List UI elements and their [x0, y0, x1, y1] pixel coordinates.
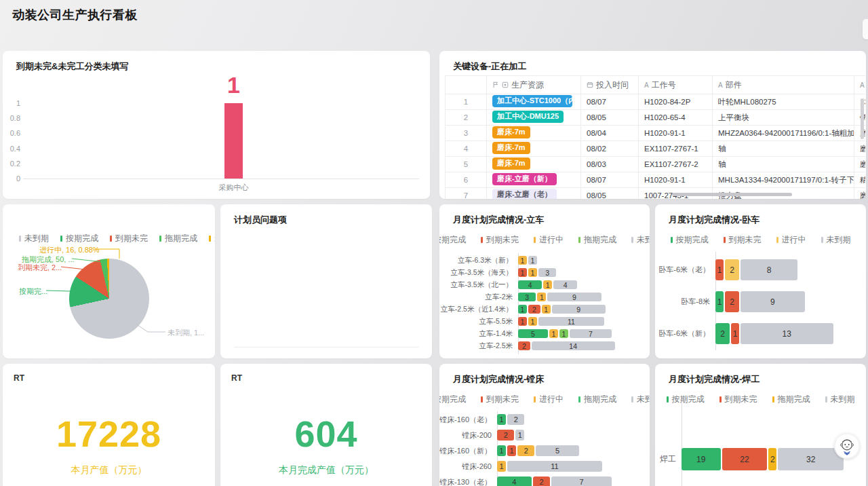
- segment-not-due[interactable]: 7: [570, 329, 612, 338]
- segment-in-progress[interactable]: 1: [528, 317, 537, 326]
- sidebar-collapse-handle[interactable]: [863, 19, 868, 39]
- segment-in-progress[interactable]: 1: [537, 293, 546, 301]
- segment-in-progress[interactable]: 1: [543, 280, 552, 289]
- kpi-value: 17228: [3, 413, 215, 455]
- cell-component: 轴: [713, 157, 854, 172]
- category-label: 卧车-6米（老）: [655, 265, 715, 275]
- column-header-task-name[interactable]: A任务名称: [854, 76, 866, 94]
- segment-in-progress[interactable]: 1: [549, 329, 558, 338]
- segment-in-progress[interactable]: 1: [542, 305, 551, 314]
- bar-row: 镗床-160（老）12: [439, 414, 643, 425]
- segment-in-progress[interactable]: 2: [517, 445, 534, 456]
- category-label: 立车-5.5米: [439, 317, 518, 326]
- table-row[interactable]: 3磨床-7m08/04H1020-91-1MHZ2A0364-942000171…: [446, 126, 866, 141]
- bar[interactable]: [224, 103, 243, 179]
- panel-status-pie: 未到期按期完成到期未完拖期完成进行中 未到期, 1...按期完...到期未完, …: [3, 204, 215, 358]
- flag-icon: [492, 81, 499, 88]
- segment-not-due[interactable]: 13: [741, 323, 833, 344]
- segment-not-due[interactable]: 1: [528, 256, 537, 265]
- category-label: 立车-2.5米（近1.4米）: [439, 305, 518, 314]
- bar-row: 卧车-8米129: [655, 291, 859, 312]
- segment-on-schedule-complete[interactable]: 3: [518, 293, 536, 301]
- dashboard: 动装公司生产执行看板 到期未完&未完工分类未填写 10.80.60.40.20 …: [0, 0, 868, 486]
- cell-production-resource: 磨床-立磨（老）: [487, 188, 581, 200]
- segment-in-progress[interactable]: 1: [497, 461, 506, 472]
- category-label: 立车-6.3米（新）: [439, 256, 518, 265]
- segment-not-due[interactable]: 9: [741, 291, 805, 312]
- table-row[interactable]: 2加工中心-DMU12508/05H1020-65-4上平衡块铣: [446, 110, 866, 126]
- horizontal-scrollbar[interactable]: [672, 193, 792, 196]
- segment-due-incomplete[interactable]: 22: [722, 448, 768, 470]
- panel-monthly-welder: 月度计划完成情况-焊工 按期完成到期未完拖期完成未到期 焊工1922232: [655, 364, 866, 486]
- cell-start-date: 08/07: [581, 94, 639, 110]
- table-row[interactable]: 4磨床-7m08/02EX1107-2767-1轴磨: [446, 141, 866, 157]
- assistant-mascot-button[interactable]: [834, 433, 860, 459]
- column-header-job-number[interactable]: A工作号: [639, 76, 713, 94]
- segment-on-schedule-complete[interactable]: 1: [497, 445, 506, 456]
- segment-on-schedule-complete[interactable]: 1: [518, 305, 527, 314]
- cell-task-name: 磨: [854, 157, 866, 172]
- segment-not-due[interactable]: 11: [507, 461, 602, 472]
- y-tick-label: 0.8: [10, 114, 20, 122]
- column-header-row-index[interactable]: [446, 76, 487, 94]
- segment-not-due[interactable]: 7: [551, 476, 612, 486]
- segment-delayed-complete[interactable]: 1: [559, 329, 568, 338]
- segment-in-progress[interactable]: 1: [528, 268, 537, 277]
- bar-chart: 10.80.60.40.20 1 采购中心: [3, 51, 430, 199]
- table-row[interactable]: 1加工中心-STC1000（内）08/07H1020-84-2P叶轮MHL080…: [446, 94, 866, 110]
- segment-in-progress[interactable]: 2: [725, 259, 739, 280]
- table-row[interactable]: 7磨床-立磨（老）08/051007-2745-1推力盘磨: [446, 188, 866, 200]
- segment-on-schedule-complete[interactable]: 4: [518, 280, 542, 289]
- cell-job-number: H1020-84-2P: [639, 94, 713, 110]
- bar-track: 427: [497, 476, 643, 486]
- column-header-production-resource[interactable]: 生产资源: [487, 76, 581, 94]
- category-label: 立车-3.5米（北一）: [439, 280, 518, 290]
- segment-not-due[interactable]: 3: [538, 268, 556, 277]
- segment-not-due[interactable]: 2: [507, 414, 524, 425]
- segment-not-due[interactable]: 9: [552, 305, 606, 314]
- segment-due-incomplete[interactable]: 1: [518, 268, 527, 277]
- segment-due-incomplete[interactable]: 1: [518, 317, 527, 326]
- segment-on-schedule-complete[interactable]: 1: [715, 291, 724, 312]
- y-axis: 10.80.60.40.20: [5, 103, 22, 179]
- segment-due-incomplete[interactable]: 1: [507, 445, 516, 456]
- segment-on-schedule-complete[interactable]: 2: [715, 323, 730, 344]
- segment-not-due[interactable]: 9: [547, 293, 601, 301]
- bar-row: 卧车-6米（老）128: [655, 259, 859, 280]
- cell-task-name: 精加工（车/磨）: [854, 172, 866, 188]
- segment-on-schedule-complete[interactable]: 5: [518, 329, 548, 338]
- segment-not-due[interactable]: 5: [536, 445, 579, 456]
- category-label: 镗床-260: [439, 462, 497, 472]
- segment-in-progress[interactable]: 1: [518, 256, 527, 265]
- segment-due-incomplete[interactable]: 2: [533, 476, 550, 486]
- segment-not-due[interactable]: 14: [532, 341, 615, 350]
- column-header-start-date[interactable]: 投入时间: [581, 76, 639, 94]
- segment-due-incomplete[interactable]: 2: [528, 305, 540, 314]
- segment-due-incomplete[interactable]: 2: [497, 430, 514, 441]
- table-row[interactable]: 6磨床-立磨（新）08/07H1020-91-1MHL3A1334-942000…: [446, 172, 866, 188]
- pie-label: 进行中, 16, 0.88%: [39, 245, 100, 255]
- stacked-bar-chart: 镗床-160（老）12镗床-20021镗床-160（新）1125镗床-26011…: [439, 364, 650, 486]
- segment-on-schedule-complete[interactable]: 1: [497, 414, 506, 425]
- cell-production-resource: 磨床-7m: [487, 141, 581, 157]
- cell-component: 上平衡块: [713, 110, 854, 126]
- segment-due-incomplete[interactable]: 1: [731, 323, 739, 344]
- category-label: 焊工: [655, 453, 682, 465]
- table-row[interactable]: 5磨床-7m08/03EX1107-2767-2轴磨: [446, 157, 866, 172]
- segment-not-due[interactable]: 11: [538, 317, 604, 326]
- segment-due-incomplete[interactable]: 1: [715, 259, 724, 280]
- segment-delayed-complete[interactable]: 2: [768, 448, 776, 470]
- y-tick-label: 0.4: [10, 145, 20, 153]
- segment-not-due[interactable]: 1: [515, 430, 524, 441]
- bar-track: 2113: [715, 323, 859, 344]
- text-type-icon: A: [718, 81, 723, 89]
- segment-on-schedule-complete[interactable]: 4: [497, 476, 532, 486]
- segment-due-incomplete[interactable]: 2: [725, 291, 739, 312]
- segment-on-schedule-complete[interactable]: 19: [682, 448, 721, 470]
- segment-not-due[interactable]: 8: [741, 259, 797, 280]
- segment-not-due[interactable]: 4: [553, 280, 577, 289]
- bar-row: 立车-5.5米1111: [439, 317, 643, 326]
- column-header-component[interactable]: A部件: [713, 76, 854, 94]
- segment-due-incomplete[interactable]: 2: [518, 341, 530, 350]
- vertical-scrollbar[interactable]: [861, 98, 864, 139]
